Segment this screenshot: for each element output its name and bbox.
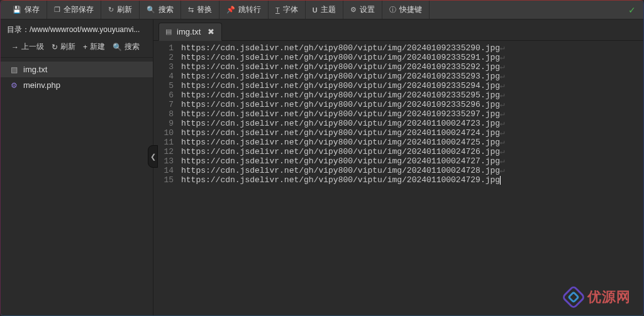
line-number: 8 [153,109,174,119]
line-end-mark: ↵ [500,53,505,62]
dir-path-text: /www/wwwroot/www.youyuanvi... [30,25,140,34]
sidebar-search-label: 搜索 [125,41,140,52]
refresh-button[interactable]: ↻ 刷新 [101,1,140,19]
tab-bar: ▤ img.txt ✖ [153,19,643,41]
shortcuts-button[interactable]: ⓘ 快捷键 [382,1,430,19]
plus-icon: + [83,43,87,52]
line-end-mark: ↵ [500,156,505,166]
font-label: 字体 [283,4,298,15]
gear-icon: ⚙ [350,6,357,14]
code-line[interactable]: https://cdn.jsdelivr.net/gh/vipy800/vipt… [179,119,643,128]
watermark-logo-icon [561,285,586,310]
code-editor[interactable]: 123456789101112131415 https://cdn.jsdeli… [153,41,643,315]
new-label: 新建 [90,41,105,52]
sidebar-search-button[interactable]: 🔍 搜索 [109,41,143,52]
code-line[interactable]: https://cdn.jsdelivr.net/gh/vipy800/vipt… [179,156,643,166]
code-lines[interactable]: https://cdn.jsdelivr.net/gh/vipy800/vipt… [179,43,643,315]
line-number: 7 [153,100,174,109]
line-end-mark: ↵ [500,138,505,147]
php-file-icon: ⚙ [9,81,18,90]
text-cursor [500,176,501,185]
save-label: 保存 [25,4,40,15]
close-tab-button[interactable]: ✖ [206,27,216,36]
line-end-mark: ↵ [500,81,505,90]
theme-label: 主题 [321,4,336,15]
line-number: 10 [153,128,174,138]
line-number: 3 [153,62,174,72]
line-end-mark: ↵ [500,62,505,72]
watermark-text: 优源网 [587,288,631,307]
code-line[interactable]: https://cdn.jsdelivr.net/gh/vipy800/vipt… [179,166,643,175]
refresh-label: 刷新 [117,4,132,15]
replace-button[interactable]: ⇆ 替换 [181,1,219,19]
up-level-button[interactable]: → 上一级 [8,41,47,52]
line-number: 6 [153,90,174,100]
search-icon: 🔍 [147,6,155,14]
toolbar-collapse-button[interactable]: ✓ [621,5,643,15]
line-end-mark: ↵ [500,100,505,109]
code-line[interactable]: https://cdn.jsdelivr.net/gh/vipy800/vipt… [179,100,643,109]
code-line[interactable]: https://cdn.jsdelivr.net/gh/vipy800/vipt… [179,53,643,62]
search-button[interactable]: 🔍 搜索 [140,1,181,19]
shortcuts-label: 快捷键 [399,4,422,15]
line-end-mark: ↵ [500,72,505,81]
sidebar: 目录：/www/wwwroot/www.youyuanvi... → 上一级 ↻… [1,19,153,315]
file-name: img.txt [23,65,47,74]
code-line[interactable]: https://cdn.jsdelivr.net/gh/vipy800/vipt… [179,90,643,100]
sidebar-refresh-label: 刷新 [60,41,75,52]
txt-file-icon: ▤ [9,65,18,74]
code-line[interactable]: https://cdn.jsdelivr.net/gh/vipy800/vipt… [179,62,643,72]
code-line[interactable]: https://cdn.jsdelivr.net/gh/vipy800/vipt… [179,147,643,156]
file-name: meinv.php [23,80,60,90]
line-number: 1 [153,43,174,53]
line-gutter: 123456789101112131415 [153,43,179,315]
info-icon: ⓘ [389,5,396,14]
settings-button[interactable]: ⚙ 设置 [343,1,382,19]
new-button[interactable]: + 新建 [80,41,108,52]
sidebar-refresh-button[interactable]: ↻ 刷新 [48,41,79,52]
goto-line-button[interactable]: 📌 跳转行 [219,1,269,19]
font-button[interactable]: T 字体 [269,1,306,19]
line-end-mark: ↵ [500,119,505,128]
refresh-icon: ↻ [108,6,114,14]
line-end-mark: ↵ [500,43,505,53]
save-button[interactable]: 💾 保存 [6,1,47,19]
code-line[interactable]: https://cdn.jsdelivr.net/gh/vipy800/vipt… [179,81,643,90]
file-list: ▤img.txt⚙meinv.php [1,58,153,97]
search-icon: 🔍 [113,43,122,52]
code-line[interactable]: https://cdn.jsdelivr.net/gh/vipy800/vipt… [179,128,643,138]
line-number: 2 [153,53,174,62]
code-line[interactable]: https://cdn.jsdelivr.net/gh/vipy800/vipt… [179,175,643,185]
line-end-mark: ↵ [500,128,505,138]
line-end-mark: ↵ [500,147,505,156]
watermark: 优源网 [565,288,631,307]
file-item-meinv-php[interactable]: ⚙meinv.php [1,77,153,93]
main-toolbar: 💾 保存 ❐ 全部保存 ↻ 刷新 🔍 搜索 ⇆ 替换 📌 跳转行 T 字体 U … [1,1,643,19]
goto-label: 跳转行 [238,4,261,15]
save-all-icon: ❐ [54,6,60,14]
code-line[interactable]: https://cdn.jsdelivr.net/gh/vipy800/vipt… [179,43,643,53]
line-number: 5 [153,81,174,90]
code-line[interactable]: https://cdn.jsdelivr.net/gh/vipy800/vipt… [179,138,643,147]
line-end-mark: ↵ [500,166,505,175]
arrow-up-icon: → [11,43,19,52]
dir-label: 目录： [7,25,30,34]
code-line[interactable]: https://cdn.jsdelivr.net/gh/vipy800/vipt… [179,72,643,81]
search-label: 搜索 [158,4,174,15]
save-all-button[interactable]: ❐ 全部保存 [47,1,101,19]
line-end-mark: ↵ [500,90,505,100]
line-number: 15 [153,175,174,185]
body-area: 目录：/www/wwwroot/www.youyuanvi... → 上一级 ↻… [1,19,643,315]
line-end-mark: ↵ [500,109,505,119]
line-number: 4 [153,72,174,81]
code-line[interactable]: https://cdn.jsdelivr.net/gh/vipy800/vipt… [179,109,643,119]
file-icon: ▤ [165,28,172,36]
settings-label: 设置 [360,4,375,15]
directory-path[interactable]: 目录：/www/wwwroot/www.youyuanvi... [1,19,153,39]
tab-label: img.txt [177,27,201,36]
file-item-img-txt[interactable]: ▤img.txt [1,62,153,77]
tab-img-txt[interactable]: ▤ img.txt ✖ [158,23,222,41]
sidebar-collapse-handle[interactable]: ❮ [148,145,158,168]
theme-button[interactable]: U 主题 [306,1,343,19]
editor-area: ❮ ▤ img.txt ✖ 123456789101112131415 http… [153,19,643,315]
